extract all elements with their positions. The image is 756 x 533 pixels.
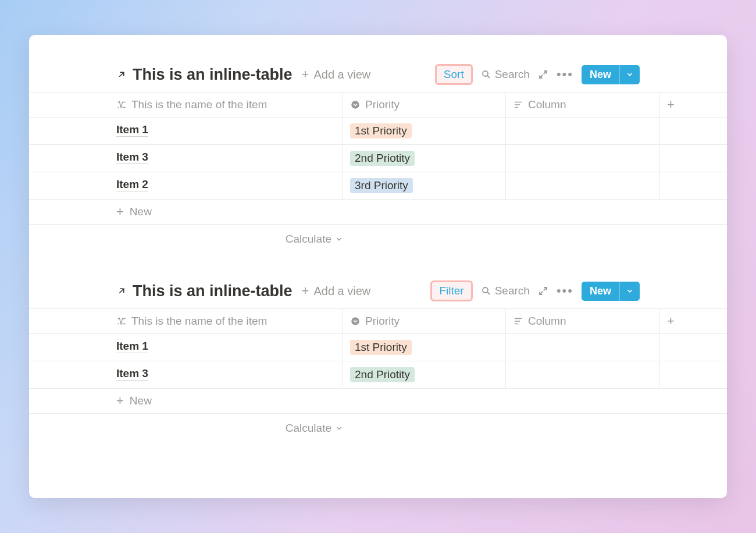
app-card: This is an inline-table + Add a view Sor… xyxy=(29,35,727,498)
add-column-button[interactable]: + xyxy=(660,309,727,333)
plus-icon: + xyxy=(302,68,309,81)
table-columns-header: This is the name of the item Priority Co… xyxy=(29,92,727,118)
table-header-right: Filter Search ••• New xyxy=(430,280,727,301)
svg-point-1 xyxy=(351,101,359,109)
column-column-header[interactable]: Column xyxy=(506,309,660,333)
title-property-icon xyxy=(116,316,127,326)
table-header-right: Sort Search ••• New xyxy=(435,64,727,85)
search-button[interactable]: Search xyxy=(481,68,530,81)
name-cell[interactable]: Item 3 xyxy=(29,361,343,388)
column-cell[interactable] xyxy=(506,172,660,199)
priority-tag: 1st Priority xyxy=(350,123,412,138)
more-menu-icon[interactable]: ••• xyxy=(557,283,573,299)
table-header: This is an inline-table + Add a view Sor… xyxy=(29,64,727,92)
title-property-icon xyxy=(116,100,127,110)
plus-icon: + xyxy=(116,205,124,218)
new-button-group: New xyxy=(582,282,640,301)
add-row-button[interactable]: + New xyxy=(29,389,727,414)
priority-column-header[interactable]: Priority xyxy=(343,309,506,333)
column-column-header[interactable]: Column xyxy=(506,93,660,117)
priority-tag: 1st Priority xyxy=(350,340,412,355)
search-icon xyxy=(481,69,491,80)
priority-column-header[interactable]: Priority xyxy=(343,93,506,117)
add-view-button[interactable]: + Add a view xyxy=(302,68,371,81)
plus-icon: + xyxy=(667,98,675,111)
column-column-label: Column xyxy=(528,98,566,111)
new-button-dropdown[interactable] xyxy=(619,65,640,84)
name-column-header[interactable]: This is the name of the item xyxy=(29,309,343,333)
open-arrow-icon xyxy=(116,69,127,80)
plus-icon: + xyxy=(667,315,675,328)
filter-button[interactable]: Filter xyxy=(439,285,463,297)
column-cell[interactable] xyxy=(506,118,660,144)
priority-tag: 2nd Priotity xyxy=(350,367,415,382)
sort-button[interactable]: Sort xyxy=(444,68,464,80)
name-cell[interactable]: Item 1 xyxy=(29,334,343,361)
table-header-left: This is an inline-table + Add a view xyxy=(29,66,370,84)
chevron-down-icon xyxy=(335,235,343,243)
table-row[interactable]: Item 1 1st Priority xyxy=(29,334,727,361)
new-button-group: New xyxy=(582,65,640,84)
plus-icon: + xyxy=(302,285,309,297)
table-row[interactable]: Item 3 2nd Priotity xyxy=(29,145,727,172)
spacer xyxy=(29,257,727,280)
new-button-dropdown[interactable] xyxy=(619,282,640,301)
calculate-button[interactable]: Calculate xyxy=(29,225,343,246)
sort-highlight: Sort xyxy=(435,64,473,85)
add-row-label: New xyxy=(130,205,152,218)
table-title-wrap[interactable]: This is an inline-table xyxy=(116,66,293,84)
table-row[interactable]: Item 3 2nd Priotity xyxy=(29,361,727,389)
name-cell[interactable]: Item 3 xyxy=(29,145,343,172)
column-cell[interactable] xyxy=(506,361,660,388)
calculate-label: Calculate xyxy=(286,233,331,246)
chevron-down-icon xyxy=(335,424,343,432)
name-column-header[interactable]: This is the name of the item xyxy=(29,93,343,117)
search-button[interactable]: Search xyxy=(481,285,530,297)
svg-point-3 xyxy=(351,317,359,325)
name-cell[interactable]: Item 1 xyxy=(29,118,343,144)
table-title: This is an inline-table xyxy=(133,66,293,84)
search-label: Search xyxy=(495,68,530,81)
name-column-label: This is the name of the item xyxy=(131,98,267,111)
priority-tag: 3rd Priority xyxy=(350,178,413,193)
table-header-left: This is an inline-table + Add a view xyxy=(29,282,370,300)
select-property-icon xyxy=(350,316,361,326)
add-view-button[interactable]: + Add a view xyxy=(302,285,371,298)
select-property-icon xyxy=(350,100,361,110)
priority-cell[interactable]: 2nd Priotity xyxy=(343,361,506,388)
priority-column-label: Priority xyxy=(365,98,400,111)
expand-icon[interactable] xyxy=(538,286,548,296)
svg-point-2 xyxy=(483,287,488,293)
cell-extra xyxy=(660,118,727,144)
add-column-button[interactable]: + xyxy=(660,93,727,117)
calculate-button[interactable]: Calculate xyxy=(29,414,343,435)
table-row[interactable]: Item 2 3rd Priority xyxy=(29,172,727,200)
table-title: This is an inline-table xyxy=(133,282,293,300)
open-arrow-icon xyxy=(116,286,127,296)
priority-cell[interactable]: 1st Priority xyxy=(343,334,506,361)
text-property-icon xyxy=(513,100,523,110)
name-cell[interactable]: Item 2 xyxy=(29,172,343,199)
column-cell[interactable] xyxy=(506,145,660,172)
new-button[interactable]: New xyxy=(582,282,619,301)
table-row[interactable]: Item 1 1st Priority xyxy=(29,118,727,145)
priority-cell[interactable]: 3rd Priority xyxy=(343,172,506,199)
plus-icon: + xyxy=(116,395,124,407)
text-property-icon xyxy=(513,316,523,326)
table-title-wrap[interactable]: This is an inline-table xyxy=(116,282,293,300)
priority-cell[interactable]: 1st Priority xyxy=(343,118,506,144)
priority-cell[interactable]: 2nd Priotity xyxy=(343,145,506,172)
name-column-label: This is the name of the item xyxy=(131,315,267,328)
svg-point-0 xyxy=(483,71,488,76)
cell-extra xyxy=(660,145,727,172)
expand-icon[interactable] xyxy=(538,69,548,80)
column-column-label: Column xyxy=(528,315,566,328)
inline-table: This is an inline-table + Add a view Fil… xyxy=(29,280,727,446)
column-cell[interactable] xyxy=(506,334,660,361)
cell-extra xyxy=(660,334,727,361)
more-menu-icon[interactable]: ••• xyxy=(557,67,573,82)
add-row-button[interactable]: + New xyxy=(29,200,727,225)
search-label: Search xyxy=(495,285,530,297)
new-button[interactable]: New xyxy=(582,65,619,84)
cell-extra xyxy=(660,361,727,388)
